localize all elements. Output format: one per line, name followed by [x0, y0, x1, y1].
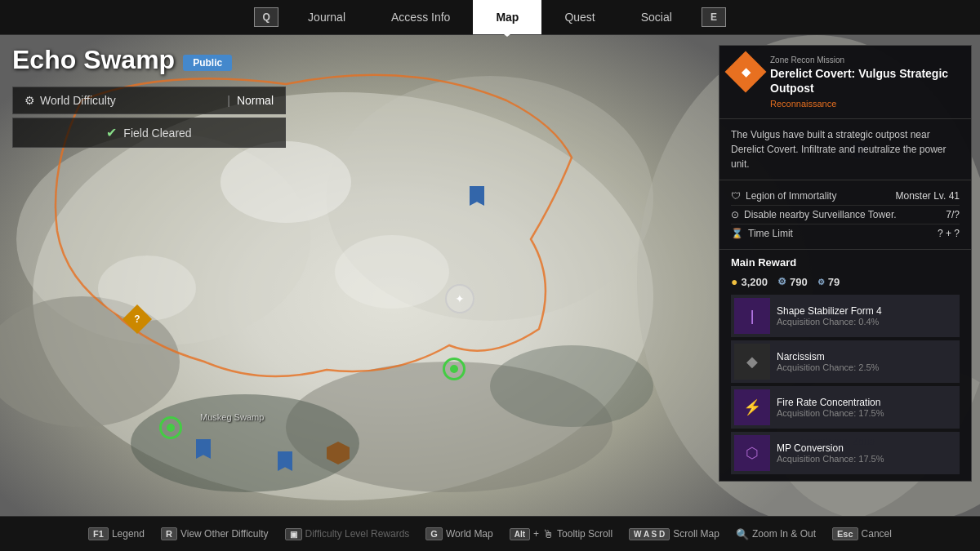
faction-name: Legion of Immortality [746, 190, 836, 202]
difficulty-icon: ⚙ [24, 94, 35, 107]
item-name-4: MP Conversion [777, 442, 956, 454]
gear-value-1: 790 [790, 276, 808, 288]
reward-item-2: ◆ Narcissism Acquisition Chance: 2.5% [731, 340, 960, 383]
gold-value: 3,200 [741, 276, 768, 288]
key-q: Q [254, 7, 278, 27]
difficulty-value: Normal [237, 94, 274, 107]
mission-description: The Vulgus have built a strategic outpos… [719, 119, 971, 180]
item-name-2: Narcissism [777, 351, 956, 362]
objective1-icon: ⊙ [731, 209, 739, 220]
key-g: G [425, 527, 443, 540]
reward-item-4: ⬡ MP Conversion Acquisition Chance: 17.5… [731, 432, 960, 474]
difficulty-label: World Difficulty [40, 94, 116, 107]
mission-subtitle: Zone Recon Mission [770, 56, 960, 64]
item-icon-4: ⬡ [734, 435, 770, 471]
item-icon-1: | [734, 298, 770, 334]
nav-map[interactable]: Map [473, 0, 541, 34]
currency-gold: ● 3,200 [731, 275, 768, 288]
marker-question[interactable]: ? [122, 304, 152, 334]
marker-compass[interactable]: ✦ [445, 284, 474, 313]
item-icon-3: ⚡ [734, 389, 770, 425]
key-esc: Esc [832, 527, 858, 540]
item-chance-1: Acquisition Chance: 0.4% [777, 317, 956, 327]
bottom-legend[interactable]: F1 Legend [88, 527, 145, 540]
left-panel: Echo Swamp Public ⚙ World Difficulty | N… [12, 45, 286, 148]
item-chance-2: Acquisition Chance: 2.5% [777, 362, 956, 372]
mission-icon: ◆ [725, 51, 767, 93]
public-badge: Public [183, 55, 232, 71]
monster-level: Monster Lv. 41 [896, 190, 960, 202]
nav-journal[interactable]: Journal [285, 0, 368, 34]
nav-quest[interactable]: Quest [541, 0, 617, 34]
marker-green-circle-2[interactable] [443, 358, 466, 380]
currency-gear2: ⚙ 79 [817, 276, 840, 288]
bottom-cancel[interactable]: Esc Cancel [832, 527, 892, 540]
reward-section: Main Reward ● 3,200 ⚙ 790 ⚙ 79 | Shape S… [719, 250, 971, 481]
mission-title-block: Zone Recon Mission Derelict Covert: Vulg… [770, 56, 960, 109]
mission-title: Derelict Covert: Vulgus Strategic Outpos… [770, 66, 960, 96]
faction-icon: 🛡 [731, 190, 741, 202]
scroll-icon: 🖱 [542, 527, 554, 540]
marker-green-circle-1[interactable] [159, 416, 182, 439]
nav-social[interactable]: Social [618, 0, 695, 34]
objective2-row: ⌛ Time Limit ? + ? [731, 224, 960, 242]
mission-header: ◆ Zone Recon Mission Derelict Covert: Vu… [719, 46, 971, 119]
marker-hex[interactable] [327, 442, 350, 464]
time-icon: ⌛ [731, 228, 743, 239]
bottom-bar: F1 Legend R View Other Difficulty ▣ Diff… [0, 516, 980, 551]
item-chance-4: Acquisition Chance: 17.5% [777, 454, 956, 464]
gear-value-2: 79 [828, 276, 840, 288]
key-wasd: W A S D [629, 528, 670, 540]
gear-icon-1: ⚙ [777, 276, 786, 287]
item-icon-2: ◆ [734, 344, 770, 380]
reward-item-1: | Shape Stabilizer Form 4 Acquisition Ch… [731, 295, 960, 337]
faction-row: 🛡 Legion of Immortality Monster Lv. 41 [731, 187, 960, 206]
scroll-map-label: Scroll Map [673, 528, 719, 540]
reward-title: Main Reward [731, 256, 960, 269]
currency-gear1: ⚙ 790 [777, 276, 808, 288]
bottom-world-map[interactable]: G World Map [425, 527, 492, 540]
plus-sign: + [533, 528, 539, 540]
item-info-2: Narcissism Acquisition Chance: 2.5% [777, 351, 956, 372]
marker-bookmark-2[interactable] [196, 439, 211, 459]
legend-label: Legend [112, 528, 145, 540]
check-icon: ✔ [106, 125, 117, 140]
bottom-difficulty[interactable]: R View Other Difficulty [161, 527, 269, 540]
objective1-row: ⊙ Disable nearby Surveillance Tower. 7/? [731, 206, 960, 224]
mission-panel: ◆ Zone Recon Mission Derelict Covert: Vu… [719, 45, 972, 482]
zoom-label: Zoom In & Out [752, 528, 816, 540]
difficulty-btn-label: View Other Difficulty [180, 528, 269, 540]
reward-currency: ● 3,200 ⚙ 790 ⚙ 79 [731, 275, 960, 288]
key-square: ▣ [285, 528, 302, 540]
zoom-icon: 🔍 [736, 528, 749, 540]
marker-bookmark-3[interactable] [278, 451, 292, 471]
mission-meta: 🛡 Legion of Immortality Monster Lv. 41 ⊙… [719, 180, 971, 250]
top-navigation: Q Journal Access Info Map Quest Social E [0, 0, 980, 35]
item-info-4: MP Conversion Acquisition Chance: 17.5% [777, 442, 956, 464]
bottom-tooltip-scroll: Alt + 🖱 Tooltip Scroll [510, 527, 612, 540]
objective2-value: ? + ? [938, 228, 960, 239]
objective1-label: Disable nearby Surveillance Tower. [744, 209, 897, 220]
key-alt: Alt [510, 528, 530, 540]
cancel-label: Cancel [862, 528, 892, 540]
world-map-label: World Map [446, 528, 493, 540]
difficulty-row: ⚙ World Difficulty | Normal [12, 87, 286, 114]
bottom-rewards: ▣ Difficulty Level Rewards [285, 528, 410, 540]
key-f1: F1 [88, 527, 109, 540]
location-name: Echo Swamp [12, 45, 175, 75]
item-info-3: Fire Rate Concentration Acquisition Chan… [777, 397, 956, 418]
coin-icon: ● [731, 275, 737, 288]
field-cleared-label: Field Cleared [123, 127, 191, 140]
nav-access-info[interactable]: Access Info [368, 0, 473, 34]
gear-icon-2: ⚙ [817, 278, 825, 287]
item-chance-3: Acquisition Chance: 17.5% [777, 408, 956, 418]
item-name-3: Fire Rate Concentration [777, 397, 956, 408]
key-e: E [702, 7, 726, 27]
key-r: R [161, 527, 177, 540]
objective1-value: 7/? [946, 209, 960, 220]
objective2-label: Time Limit [748, 228, 793, 239]
bottom-zoom: 🔍 Zoom In & Out [736, 528, 816, 540]
field-cleared-row: ✔ Field Cleared [12, 118, 286, 148]
marker-bookmark-1[interactable] [470, 186, 484, 206]
mission-tag: Reconnaissance [770, 99, 960, 109]
